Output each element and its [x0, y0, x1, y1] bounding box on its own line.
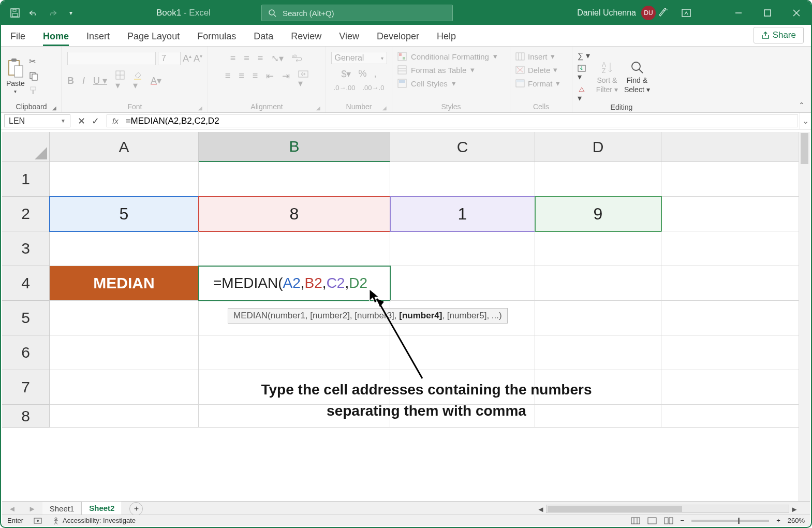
row-header-6[interactable]: 6 [2, 335, 50, 370]
clear-icon[interactable]: ▾ [578, 86, 590, 103]
minimize-button[interactable] [724, 1, 753, 25]
cell-a2[interactable]: 5 [50, 197, 199, 231]
col-header-rest[interactable] [661, 132, 810, 162]
cell-a3[interactable] [50, 231, 199, 266]
cell-a4[interactable]: MEDIAN [50, 266, 199, 301]
col-header-a[interactable]: A [50, 132, 199, 162]
number-launcher-icon[interactable]: ◢ [382, 105, 387, 111]
tab-home[interactable]: Home [43, 31, 69, 46]
cell-d2[interactable]: 9 [535, 197, 661, 231]
add-sheet-button[interactable]: ＋ [129, 502, 143, 516]
cell-d3[interactable] [535, 231, 661, 266]
copy-icon[interactable] [29, 71, 38, 81]
cell-c1[interactable] [390, 162, 535, 197]
tab-page-layout[interactable]: Page Layout [127, 31, 180, 46]
zoom-in-icon[interactable]: + [776, 517, 780, 524]
macro-record-icon[interactable] [34, 517, 42, 524]
cell-b1[interactable] [199, 162, 390, 197]
col-header-d[interactable]: D [535, 132, 661, 162]
row-header-3[interactable]: 3 [2, 231, 50, 266]
cell-a5[interactable] [50, 301, 199, 335]
search-box[interactable]: Search (Alt+Q) [261, 5, 453, 21]
cell-a7[interactable] [50, 370, 199, 405]
zoom-out-icon[interactable]: − [681, 517, 685, 524]
fill-icon[interactable]: ▾ [578, 65, 590, 82]
tab-help[interactable]: Help [437, 31, 456, 46]
share-button[interactable]: Share [754, 27, 804, 43]
display-options-icon[interactable] [681, 7, 692, 19]
row-header-5[interactable]: 5 [2, 301, 50, 335]
row-header-2[interactable]: 2 [2, 197, 50, 231]
hscroll-right-icon[interactable]: ► [789, 505, 800, 514]
tab-view[interactable]: View [339, 31, 359, 46]
cell-b4[interactable]: =MEDIAN(A2,B2,C2,D2 [199, 266, 390, 301]
find-select-button[interactable]: Find &Select ▾ [624, 61, 650, 94]
vertical-scrollbar[interactable] [799, 132, 810, 501]
collapse-ribbon-icon[interactable]: ⌃ [799, 101, 805, 109]
cell-a6[interactable] [50, 335, 199, 370]
col-header-b[interactable]: B [199, 132, 390, 162]
cell-rest-2[interactable] [661, 197, 810, 231]
fx-icon[interactable]: fx [112, 116, 119, 125]
cell-rest-4[interactable] [661, 266, 810, 301]
expand-formula-bar-icon[interactable]: ⌄ [800, 113, 811, 129]
font-launcher-icon[interactable]: ◢ [198, 105, 202, 111]
tab-formulas[interactable]: Formulas [197, 31, 236, 46]
formula-enter-icon[interactable]: ✓ [92, 115, 99, 127]
alignment-launcher-icon[interactable]: ◢ [316, 105, 320, 111]
name-box[interactable]: LEN▼ [4, 114, 70, 127]
user-account[interactable]: Daniel Uchenna DU [577, 6, 656, 20]
select-all-button[interactable] [2, 132, 50, 162]
hscroll-left-icon[interactable]: ◄ [536, 505, 546, 514]
formula-cancel-icon[interactable]: ✕ [78, 115, 85, 127]
cell-rest-1[interactable] [661, 162, 810, 197]
clipboard-launcher-icon[interactable]: ◢ [52, 105, 56, 111]
cell-d6[interactable] [535, 335, 661, 370]
cell-rest-8[interactable] [661, 405, 810, 428]
cell-d5[interactable] [535, 301, 661, 335]
horizontal-scrollbar[interactable]: ◄ ► [536, 504, 800, 514]
cell-rest-7[interactable] [661, 370, 810, 405]
zoom-level[interactable]: 260% [788, 517, 805, 524]
view-normal-icon[interactable] [631, 517, 640, 524]
sheet-tab-1[interactable]: Sheet1 [42, 502, 82, 515]
sheet-tab-2[interactable]: Sheet2 [82, 502, 122, 516]
cell-c3[interactable] [390, 231, 535, 266]
cell-rest-5[interactable] [661, 301, 810, 335]
cell-b6[interactable] [199, 335, 390, 370]
accessibility-status[interactable]: Accessibility: Investigate [52, 517, 136, 524]
undo-icon[interactable] [28, 7, 39, 19]
cell-d1[interactable] [535, 162, 661, 197]
row-header-1[interactable]: 1 [2, 162, 50, 197]
row-header-4[interactable]: 4 [2, 266, 50, 301]
qat-more-icon[interactable]: ▾ [65, 7, 77, 19]
close-button[interactable] [782, 1, 811, 25]
cell-b2[interactable]: 8 [199, 197, 390, 231]
formula-input[interactable]: fx =MEDIAN(A2,B2,C2,D2 [107, 114, 798, 127]
tab-data[interactable]: Data [254, 31, 273, 46]
cell-b3[interactable] [199, 231, 390, 266]
autosum-icon[interactable]: ∑ ▾ [578, 51, 590, 61]
sheet-nav-prev-icon[interactable]: ◄ [2, 504, 22, 513]
view-page-break-icon[interactable] [664, 517, 673, 524]
row-header-7[interactable]: 7 [2, 370, 50, 405]
coming-soon-icon[interactable] [657, 7, 668, 19]
zoom-slider[interactable] [691, 520, 769, 522]
cell-d4[interactable] [535, 266, 661, 301]
cell-a1[interactable] [50, 162, 199, 197]
col-header-c[interactable]: C [390, 132, 535, 162]
cell-rest-6[interactable] [661, 335, 810, 370]
cell-a8[interactable] [50, 405, 199, 428]
maximize-button[interactable] [753, 1, 782, 25]
cell-c2[interactable]: 1 [390, 197, 535, 231]
cut-icon[interactable]: ✂ [29, 56, 38, 66]
sheet-nav-next-icon[interactable]: ► [22, 504, 42, 513]
cell-rest-3[interactable] [661, 231, 810, 266]
tab-insert[interactable]: Insert [86, 31, 110, 46]
tab-developer[interactable]: Developer [377, 31, 419, 46]
paste-button[interactable]: Paste ▾ [6, 57, 25, 94]
view-page-layout-icon[interactable] [647, 517, 657, 524]
row-header-8[interactable]: 8 [2, 405, 50, 428]
save-icon[interactable] [9, 7, 21, 19]
tab-review[interactable]: Review [291, 31, 321, 46]
